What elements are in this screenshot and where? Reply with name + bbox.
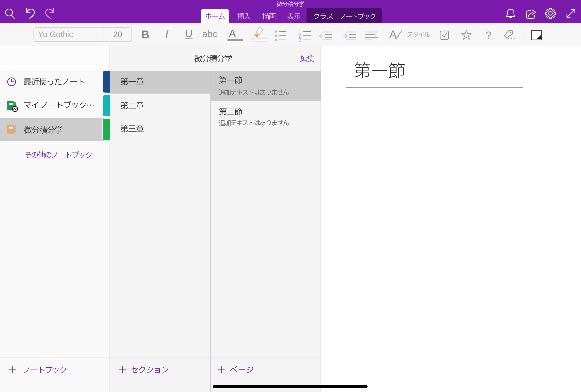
svg-text:?: ? [486,29,491,41]
svg-text:I: I [164,28,169,41]
svg-text:20: 20 [113,30,122,39]
svg-text:U: U [185,28,192,39]
svg-text:B: B [141,28,149,41]
svg-text:3: 3 [298,37,301,43]
svg-text:A: A [229,28,236,40]
svg-text:Yu Gothic: Yu Gothic [38,30,73,39]
